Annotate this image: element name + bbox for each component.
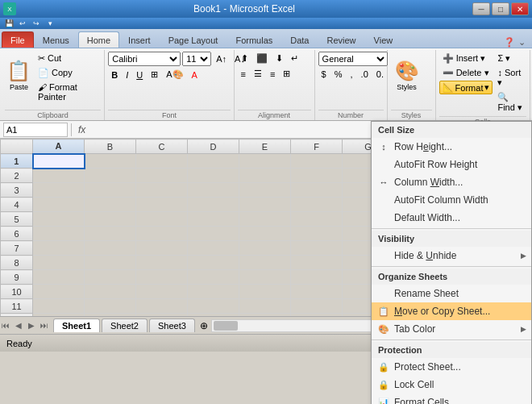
font-size-select[interactable]: 11 bbox=[182, 52, 211, 66]
cell-B2[interactable] bbox=[85, 169, 136, 183]
cell-A8[interactable] bbox=[33, 256, 85, 270]
row-header-5[interactable]: 5 bbox=[1, 212, 33, 227]
align-top-button[interactable]: ⬆ bbox=[238, 52, 251, 65]
row-header-11[interactable]: 11 bbox=[1, 299, 33, 314]
row-header-10[interactable]: 10 bbox=[1, 285, 33, 299]
sum-button[interactable]: Σ ▾ bbox=[494, 52, 526, 65]
cell-E4[interactable] bbox=[239, 198, 291, 212]
format-cells-item[interactable]: 📊 Format Cells... bbox=[372, 394, 531, 404]
cell-D7[interactable] bbox=[188, 241, 239, 256]
cell-E6[interactable] bbox=[239, 227, 291, 241]
increase-decimal-button[interactable]: .0 bbox=[358, 68, 372, 81]
find-button[interactable]: 🔍 Find ▾ bbox=[494, 90, 526, 115]
tab-review[interactable]: Review bbox=[318, 31, 365, 48]
number-format-select[interactable]: General bbox=[318, 52, 388, 66]
row-header-2[interactable]: 2 bbox=[1, 169, 33, 183]
format-button[interactable]: 📐 Format ▾ bbox=[439, 81, 493, 94]
cell-A2[interactable] bbox=[33, 169, 85, 183]
cell-D8[interactable] bbox=[188, 256, 239, 270]
rename-sheet-item[interactable]: Rename Sheet bbox=[372, 285, 531, 302]
bold-button[interactable]: B bbox=[108, 69, 121, 81]
border-button[interactable]: ⊞ bbox=[148, 68, 161, 81]
last-sheet-button[interactable]: ⏭ bbox=[39, 321, 50, 330]
col-header-b[interactable]: B bbox=[85, 140, 136, 154]
cell-A4[interactable] bbox=[33, 198, 85, 212]
percent-button[interactable]: % bbox=[331, 68, 346, 81]
col-header-a[interactable]: A bbox=[33, 140, 85, 154]
col-header-d[interactable]: D bbox=[188, 140, 239, 154]
cell-A1[interactable] bbox=[33, 154, 85, 169]
cell-A11[interactable] bbox=[33, 299, 85, 314]
align-right-button[interactable]: ≡ bbox=[267, 68, 278, 81]
cell-C4[interactable] bbox=[136, 198, 188, 212]
cell-B10[interactable] bbox=[85, 285, 136, 299]
italic-button[interactable]: I bbox=[123, 69, 131, 81]
sheet-tab-sheet3[interactable]: Sheet3 bbox=[149, 319, 195, 332]
cell-A5[interactable] bbox=[33, 212, 85, 227]
save-quick-button[interactable]: 💾 bbox=[3, 19, 15, 28]
cell-E8[interactable] bbox=[239, 256, 291, 270]
next-sheet-button[interactable]: ▶ bbox=[26, 321, 37, 330]
cell-A7[interactable] bbox=[33, 241, 85, 256]
row-header-8[interactable]: 8 bbox=[1, 256, 33, 270]
cell-F6[interactable] bbox=[291, 227, 343, 241]
insert-button[interactable]: ➕ Insert ▾ bbox=[439, 52, 493, 65]
delete-button[interactable]: ➖ Delete ▾ bbox=[439, 66, 493, 80]
lock-cell-item[interactable]: 🔒 Lock Cell bbox=[372, 376, 531, 394]
cell-F11[interactable] bbox=[291, 299, 343, 314]
cell-E3[interactable] bbox=[239, 183, 291, 198]
insert-sheet-button[interactable]: ⊕ bbox=[200, 320, 208, 331]
default-width-item[interactable]: Default Width... bbox=[372, 209, 531, 227]
cell-D3[interactable] bbox=[188, 183, 239, 198]
cell-E12[interactable] bbox=[239, 314, 291, 317]
cell-C2[interactable] bbox=[136, 169, 188, 183]
row-header-1[interactable]: 1 bbox=[1, 154, 33, 169]
copy-button[interactable]: 📄 Copy bbox=[35, 66, 101, 80]
hide-unhide-item[interactable]: Hide & Unhide bbox=[372, 247, 531, 264]
cell-C9[interactable] bbox=[136, 270, 188, 285]
cell-C3[interactable] bbox=[136, 183, 188, 198]
cell-A12[interactable] bbox=[33, 314, 85, 317]
wrap-text-button[interactable]: ↵ bbox=[288, 52, 301, 65]
cell-D10[interactable] bbox=[188, 285, 239, 299]
move-copy-sheet-item[interactable]: 📋 Move or Copy Sheet... bbox=[372, 302, 531, 320]
first-sheet-button[interactable]: ⏮ bbox=[0, 321, 11, 330]
cell-E5[interactable] bbox=[239, 212, 291, 227]
cell-D4[interactable] bbox=[188, 198, 239, 212]
cell-A9[interactable] bbox=[33, 270, 85, 285]
protect-sheet-item[interactable]: 🔒 Protect Sheet... bbox=[372, 358, 531, 376]
decrease-decimal-button[interactable]: 0. bbox=[373, 68, 387, 81]
cell-B6[interactable] bbox=[85, 227, 136, 241]
cell-F9[interactable] bbox=[291, 270, 343, 285]
cell-A6[interactable] bbox=[33, 227, 85, 241]
name-box[interactable]: A1 bbox=[3, 123, 68, 137]
fill-color-button[interactable]: A🎨 bbox=[163, 68, 186, 81]
cell-A10[interactable] bbox=[33, 285, 85, 299]
close-button[interactable]: ✕ bbox=[511, 2, 529, 15]
tab-insert[interactable]: Insert bbox=[119, 31, 160, 48]
cell-C8[interactable] bbox=[136, 256, 188, 270]
align-middle-button[interactable]: ⬛ bbox=[253, 52, 271, 65]
cell-E9[interactable] bbox=[239, 270, 291, 285]
cell-B7[interactable] bbox=[85, 241, 136, 256]
cell-B8[interactable] bbox=[85, 256, 136, 270]
col-width-item[interactable]: ↔ Column Width... bbox=[372, 173, 531, 191]
row-header-7[interactable]: 7 bbox=[1, 241, 33, 256]
cell-F2[interactable] bbox=[291, 169, 343, 183]
cell-E7[interactable] bbox=[239, 241, 291, 256]
cell-C7[interactable] bbox=[136, 241, 188, 256]
cell-E2[interactable] bbox=[239, 169, 291, 183]
tab-view[interactable]: View bbox=[365, 31, 402, 48]
cell-F7[interactable] bbox=[291, 241, 343, 256]
cell-F4[interactable] bbox=[291, 198, 343, 212]
tab-page-layout[interactable]: Page Layout bbox=[160, 31, 227, 48]
col-header-c[interactable]: C bbox=[136, 140, 188, 154]
row-height-item[interactable]: ↕ Row Height... bbox=[372, 138, 531, 156]
cell-D2[interactable] bbox=[188, 169, 239, 183]
cell-F5[interactable] bbox=[291, 212, 343, 227]
format-painter-button[interactable]: 🖌 Format Painter bbox=[35, 81, 101, 103]
col-header-e[interactable]: E bbox=[239, 140, 291, 154]
sheet-tab-sheet1[interactable]: Sheet1 bbox=[53, 319, 100, 332]
sheet-tab-sheet2[interactable]: Sheet2 bbox=[102, 319, 148, 332]
cut-button[interactable]: ✂ Cut bbox=[35, 52, 101, 65]
